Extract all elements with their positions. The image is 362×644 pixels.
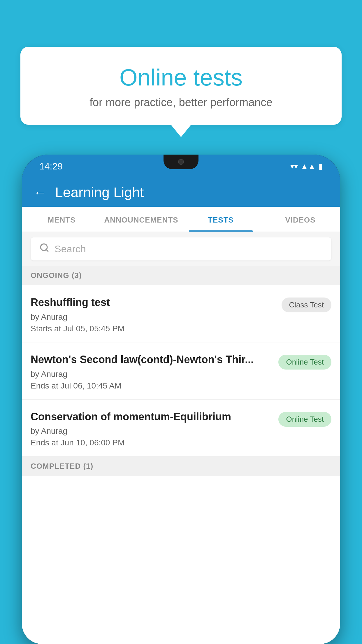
speech-bubble: Online tests for more practice, better p… [20,47,342,125]
completed-section-title: COMPLETED (1) [31,462,93,470]
test-item[interactable]: Reshuffling test by Anurag Starts at Jul… [22,285,340,342]
phone-frame: 14:29 ▾▾ ▲▲ ▮ ← Learning Light MENTS ANN… [22,155,340,644]
battery-icon: ▮ [319,162,323,171]
test-badge-online: Online Test [278,412,331,427]
test-name: Conservation of momentum-Equilibrium [31,410,273,424]
test-name: Newton's Second law(contd)-Newton's Thir… [31,353,273,367]
phone-notch [164,155,198,169]
test-author: by Anurag [31,426,273,436]
test-author: by Anurag [31,370,273,379]
test-item-content: Newton's Second law(contd)-Newton's Thir… [31,353,278,391]
test-time: Ends at Jun 10, 06:00 PM [31,438,273,447]
app-content: ← Learning Light MENTS ANNOUNCEMENTS TES… [22,178,340,644]
app-title: Learning Light [55,184,144,200]
tab-videos[interactable]: VIDEOS [261,207,340,232]
tab-tests[interactable]: TESTS [181,207,261,232]
search-container: Search [22,232,340,266]
status-bar: 14:29 ▾▾ ▲▲ ▮ [22,155,340,178]
wifi-icon: ▾▾ [290,162,298,171]
status-icons: ▾▾ ▲▲ ▮ [290,162,323,171]
ongoing-section-title: ONGOING (3) [31,271,82,280]
test-badge-class: Class Test [282,298,331,312]
completed-section-header: COMPLETED (1) [22,456,340,476]
search-placeholder: Search [55,243,86,255]
test-item[interactable]: Conservation of momentum-Equilibrium by … [22,400,340,457]
test-name: Reshuffling test [31,296,276,309]
search-bar[interactable]: Search [31,237,331,260]
tab-announcements[interactable]: ANNOUNCEMENTS [101,207,181,232]
tabs-bar: MENTS ANNOUNCEMENTS TESTS VIDEOS [22,207,340,232]
test-badge-online: Online Test [278,355,331,370]
test-list: Reshuffling test by Anurag Starts at Jul… [22,285,340,644]
test-time: Starts at Jul 05, 05:45 PM [31,324,276,333]
camera-dot [178,159,184,165]
search-icon [39,243,49,255]
promo-subtitle: for more practice, better performance [44,96,318,109]
test-item-content: Conservation of momentum-Equilibrium by … [31,410,278,448]
test-time: Ends at Jul 06, 10:45 AM [31,381,273,391]
test-item[interactable]: Newton's Second law(contd)-Newton's Thir… [22,342,340,400]
status-time: 14:29 [39,161,63,172]
test-item-content: Reshuffling test by Anurag Starts at Jul… [31,296,282,333]
back-button[interactable]: ← [34,186,46,199]
test-author: by Anurag [31,312,276,322]
svg-line-1 [46,250,48,251]
app-header: ← Learning Light [22,178,340,207]
signal-icon: ▲▲ [301,162,316,171]
promo-title: Online tests [44,64,318,91]
ongoing-section-header: ONGOING (3) [22,266,340,285]
tab-ments[interactable]: MENTS [22,207,101,232]
promo-section: Online tests for more practice, better p… [20,47,342,125]
